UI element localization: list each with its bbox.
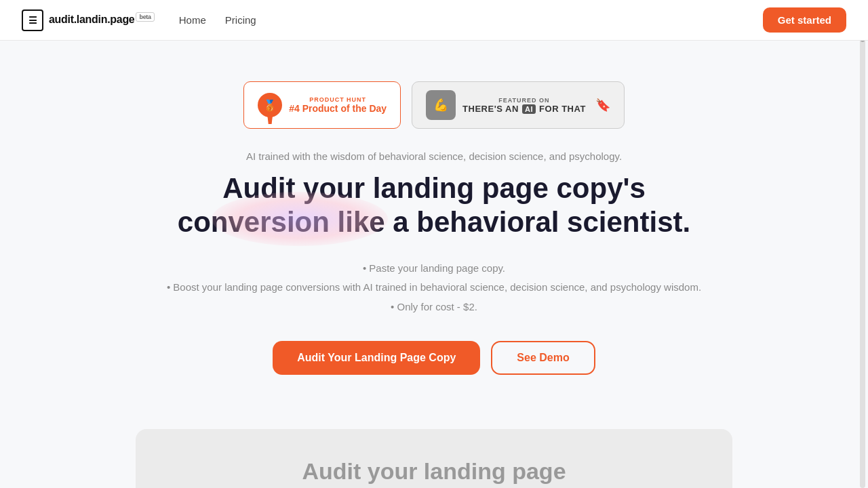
product-hunt-badge[interactable]: 🥉 PRODUCT HUNT #4 Product of the Day: [243, 81, 401, 129]
bottom-section: Audit your landing page copy with AI: [136, 429, 732, 488]
ph-title: #4 Product of the Day: [289, 103, 387, 114]
scrollbar[interactable]: [860, 0, 865, 488]
ph-label: PRODUCT HUNT: [289, 96, 387, 103]
nav-links: Home Pricing: [179, 14, 256, 26]
nav-home-link[interactable]: Home: [179, 14, 206, 26]
get-started-button[interactable]: Get started: [763, 7, 846, 33]
badges-row: 🥉 PRODUCT HUNT #4 Product of the Day 💪 F…: [243, 81, 625, 129]
hero-subtitle: AI trained with the wisdom of behavioral…: [246, 150, 622, 162]
logo[interactable]: ☰ audit.landin.pagebeta: [22, 9, 155, 31]
bullet-2: • Boost your landing page conversions wi…: [167, 278, 701, 298]
ai-badge[interactable]: 💪 FEATURED ON THERE'S AN AI FOR THAT 🔖: [412, 81, 625, 129]
ai-title: THERE'S AN AI FOR THAT: [462, 104, 586, 114]
ph-medal-icon: 🥉: [258, 93, 282, 117]
ai-logo-icon: 💪: [426, 90, 456, 120]
ai-box: AI: [522, 104, 536, 114]
nav-left: ☰ audit.landin.pagebeta Home Pricing: [22, 9, 256, 31]
ph-text: PRODUCT HUNT #4 Product of the Day: [289, 96, 387, 114]
see-demo-button[interactable]: See Demo: [491, 341, 595, 375]
hero-bullets: • Paste your landing page copy. • Boost …: [167, 259, 701, 317]
ai-text: FEATURED ON THERE'S AN AI FOR THAT: [462, 97, 586, 114]
beta-badge: beta: [136, 12, 154, 22]
navbar: ☰ audit.landin.pagebeta Home Pricing Get…: [0, 0, 868, 41]
hero-section: 🥉 PRODUCT HUNT #4 Product of the Day 💪 F…: [0, 41, 868, 402]
ai-label: FEATURED ON: [462, 97, 586, 104]
bookmark-icon: 🔖: [595, 98, 610, 113]
logo-icon: ☰: [22, 9, 43, 31]
hero-title: Audit your landing page copy's conversio…: [178, 171, 690, 240]
cta-row: Audit Your Landing Page Copy See Demo: [273, 341, 595, 375]
logo-text: audit.landin.pagebeta: [49, 14, 155, 26]
bullet-1: • Paste your landing page copy.: [167, 259, 701, 279]
nav-pricing-link[interactable]: Pricing: [225, 14, 256, 26]
bottom-title: Audit your landing page copy with AI: [149, 456, 719, 488]
bullet-3: • Only for cost - $2.: [167, 298, 701, 317]
audit-cta-button[interactable]: Audit Your Landing Page Copy: [273, 341, 480, 375]
